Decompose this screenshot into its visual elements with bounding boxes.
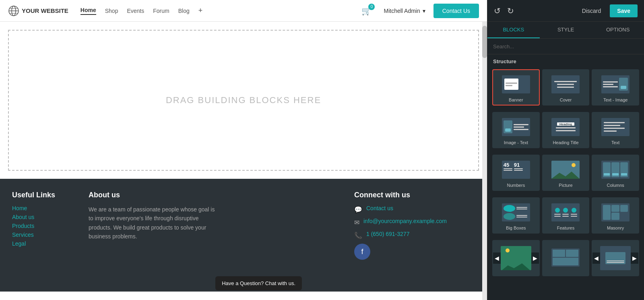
nav-user[interactable]: Mitchell Admin ▾ (384, 8, 425, 14)
footer-grid: Useful Links Home About us Products Serv… (12, 191, 475, 260)
footer-spacer (229, 191, 342, 260)
contact-us-button[interactable]: Contact Us (433, 4, 479, 18)
big-boxes-label: Big Boxes (506, 226, 526, 230)
heading-title-label: Heading Title (553, 140, 578, 145)
connect-phone-link[interactable]: 1 (650) 691-3277 (366, 231, 409, 237)
block-landscape-left[interactable]: ◀ ▶ (492, 240, 540, 276)
numbers-label: Numbers (507, 183, 525, 188)
topbar-icons: ↺ ↻ (494, 6, 514, 16)
numbers-preview: 45 91 (495, 159, 537, 180)
right-panel-tabs: BLOCKS STYLE OPTIONS (487, 22, 644, 39)
nav-cart[interactable]: 🛒 0 (361, 6, 372, 16)
block-picture[interactable]: Picture (542, 155, 590, 191)
block-numbers[interactable]: 45 91 Numbers (492, 155, 540, 191)
connect-phone[interactable]: 📞 1 (650) 691-3277 (354, 231, 475, 240)
text-label: Text (611, 140, 619, 145)
redo-icon[interactable]: ↻ (507, 6, 514, 16)
landscape-right-next[interactable]: ▶ (631, 252, 638, 264)
block-grid-row4: Big Boxes (487, 195, 644, 238)
footer-link-services[interactable]: Services (12, 232, 76, 238)
drop-zone[interactable]: DRAG BUILDING BLOCKS HERE (8, 30, 479, 171)
scroll-indicator[interactable] (482, 22, 487, 300)
block-image-text[interactable]: Image - Text (492, 112, 540, 148)
chat-icon: 💬 (354, 206, 362, 213)
block-banner[interactable]: Banner (492, 69, 540, 106)
connect-email[interactable]: ✉ info@yourcompany.example.com (354, 218, 475, 227)
about-text: We are a team of passionate people whose… (89, 205, 217, 241)
tab-options[interactable]: OPTIONS (592, 22, 644, 38)
email-icon: ✉ (354, 219, 359, 226)
picture-label: Picture (559, 183, 572, 188)
cart-badge: 0 (368, 4, 375, 10)
search-input[interactable] (493, 43, 638, 50)
chevron-down-icon: ▾ (423, 8, 425, 14)
search-bar[interactable] (487, 39, 644, 54)
columns-preview (594, 159, 637, 180)
connect-chat[interactable]: 💬 Contact us (354, 205, 475, 214)
landscape-preview-right (600, 246, 631, 270)
block-landscape-right[interactable]: ◀ ▶ (592, 240, 639, 276)
undo-icon[interactable]: ↺ (494, 6, 501, 16)
footer-link-home[interactable]: Home (12, 205, 76, 211)
text-image-preview (594, 73, 637, 95)
logo-text: YOUR WEBSITE (22, 7, 68, 14)
useful-links-title: Useful Links (12, 191, 76, 199)
image-text-label: Image - Text (504, 140, 528, 145)
footer-link-legal[interactable]: Legal (12, 240, 76, 247)
chat-bubble[interactable]: Have a Question? Chat with us. (215, 276, 302, 290)
picture-preview (545, 159, 587, 180)
features-label: Features (557, 226, 574, 230)
nav-link-home[interactable]: Home (80, 7, 96, 15)
topbar-actions: Discard Save (577, 4, 638, 17)
footer-link-products[interactable]: Products (12, 223, 76, 229)
drop-zone-wrapper: DRAG BUILDING BLOCKS HERE (0, 22, 487, 179)
block-heading-title[interactable]: Heading Heading Title (542, 112, 590, 148)
right-panel: ↺ ↻ Discard Save BLOCKS STYLE OPTIONS (487, 0, 644, 300)
nav-link-shop[interactable]: Shop (105, 8, 118, 14)
nav-links: Home Shop Events Forum Blog + (80, 6, 358, 15)
user-name: Mitchell Admin (384, 8, 420, 14)
structure-label: Structure (487, 54, 644, 67)
blocks-scroll-area[interactable]: Structure Banner (487, 54, 644, 300)
tab-blocks[interactable]: BLOCKS (487, 22, 540, 38)
cover-label: Cover (560, 97, 572, 102)
connect-email-link[interactable]: info@yourcompany.example.com (363, 218, 447, 224)
drop-zone-label: DRAG BUILDING BLOCKS HERE (166, 95, 321, 106)
block-masonry[interactable]: Masonry (592, 197, 639, 234)
right-panel-topbar: ↺ ↻ Discard Save (487, 0, 644, 22)
discard-button[interactable]: Discard (577, 5, 606, 17)
block-text[interactable]: Text (592, 112, 639, 148)
big-boxes-preview (495, 201, 537, 223)
block-columns[interactable]: Columns (592, 155, 639, 191)
nav-add-icon[interactable]: + (198, 6, 203, 15)
landscape-left-prev[interactable]: ◀ (493, 252, 501, 264)
landscape-left-next[interactable]: ▶ (531, 252, 539, 264)
block-grid-row1: Banner Cover (487, 67, 644, 110)
mountain-svg (501, 262, 531, 270)
block-features[interactable]: Features (542, 197, 590, 234)
block-grid-row5: ◀ ▶ (487, 238, 644, 281)
save-button[interactable]: Save (610, 4, 638, 17)
banner-label: Banner (509, 97, 523, 102)
banner-preview (495, 73, 537, 95)
nav-link-events[interactable]: Events (127, 8, 144, 14)
tab-style[interactable]: STYLE (540, 22, 592, 38)
nav-link-blog[interactable]: Blog (178, 8, 190, 14)
connect-chat-link[interactable]: Contact us (366, 205, 393, 211)
landscape-right-prev[interactable]: ◀ (592, 252, 600, 264)
block-text-image[interactable]: Text - Image (592, 69, 639, 106)
block-big-boxes[interactable]: Big Boxes (492, 197, 540, 234)
cover-preview (545, 73, 587, 95)
image-text-preview (495, 116, 537, 138)
nav-link-forum[interactable]: Forum (153, 8, 169, 14)
nav-logo[interactable]: YOUR WEBSITE (8, 5, 68, 17)
sun-icon (506, 248, 510, 252)
landscape-preview-left (501, 246, 531, 270)
gallery-preview (545, 244, 587, 271)
about-title: About us (89, 191, 217, 199)
footer-link-about[interactable]: About us (12, 214, 76, 220)
block-cover[interactable]: Cover (542, 69, 590, 106)
block-gallery[interactable] (542, 240, 590, 276)
chat-bubble-text: Have a Question? Chat with us. (222, 280, 295, 286)
facebook-icon[interactable]: f (354, 244, 370, 260)
